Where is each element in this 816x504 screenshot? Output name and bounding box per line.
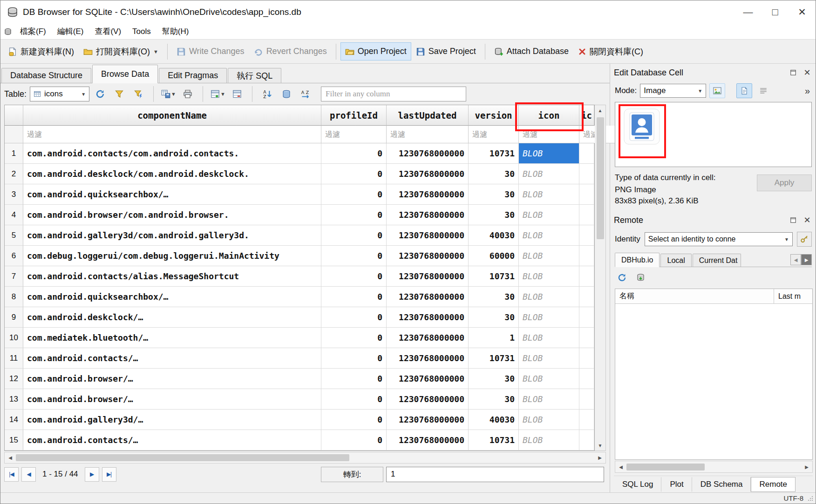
cell-profileId[interactable]: 0	[321, 266, 387, 287]
text-view-button[interactable]	[736, 83, 752, 98]
import-identity-button[interactable]	[797, 232, 812, 247]
cell-componentName[interactable]: com.android.deskclock/…	[23, 307, 321, 328]
cell-lastUpdated[interactable]: 1230768000000	[387, 389, 469, 410]
cell-profileId[interactable]: 0	[321, 348, 387, 369]
cell-icon[interactable]: BLOB	[519, 430, 579, 450]
cell-profileId[interactable]: 0	[321, 164, 387, 184]
table-select[interactable]: icons ▼	[30, 87, 89, 101]
table-encoding-button[interactable]	[278, 86, 295, 102]
open-project-button[interactable]: Open Project	[340, 42, 411, 60]
cell-icon[interactable]: BLOB	[519, 410, 579, 430]
cell-componentName[interactable]: com.android.deskclock/com.android.deskcl…	[23, 164, 321, 184]
cell-lastUpdated[interactable]: 1230768000000	[387, 143, 469, 164]
cell-lastUpdated[interactable]: 1230768000000	[387, 410, 469, 430]
delete-record-button[interactable]	[229, 86, 245, 102]
cell-version[interactable]: 30	[469, 307, 519, 328]
scroll-up-icon[interactable]: ▲	[595, 105, 605, 115]
row-number[interactable]: 12	[5, 369, 23, 389]
scroll-left-icon[interactable]: ◀	[5, 452, 16, 463]
cell-version[interactable]: 30	[469, 389, 519, 410]
refresh-button[interactable]	[92, 86, 109, 102]
cell-version[interactable]: 30	[469, 205, 519, 225]
goto-record-button[interactable]: 轉到:	[321, 467, 383, 482]
dock-tab-sql-log[interactable]: SQL Log	[614, 477, 661, 492]
tab-current-database[interactable]: Current Dat	[693, 254, 741, 267]
cell-overflow[interactable]	[579, 266, 594, 287]
row-number[interactable]: 11	[5, 348, 23, 369]
cell-componentName[interactable]: com.android.contacts/…	[23, 348, 321, 369]
toolbar-overflow-button[interactable]: »	[803, 86, 812, 96]
cell-icon[interactable]: BLOB	[519, 246, 579, 266]
tab-local[interactable]: Local	[660, 254, 691, 267]
refresh-remote-button[interactable]	[615, 270, 629, 284]
minimize-button[interactable]: —	[734, 0, 762, 24]
cell-lastUpdated[interactable]: 1230768000000	[387, 246, 469, 266]
menu-edit[interactable]: 編輯(E)	[52, 24, 89, 39]
cell-version[interactable]: 40030	[469, 410, 519, 430]
cell-componentName[interactable]: com.android.browser/…	[23, 369, 321, 389]
last-record-button[interactable]: ▶|	[102, 467, 116, 482]
clear-filters-button[interactable]	[111, 86, 128, 102]
menu-tools[interactable]: Tools	[127, 25, 156, 38]
close-button[interactable]: ✕	[789, 0, 816, 24]
cell-overflow[interactable]	[579, 205, 594, 225]
cell-version[interactable]: 60000	[469, 246, 519, 266]
next-record-button[interactable]: ▶	[85, 467, 99, 482]
cell-profileId[interactable]: 0	[321, 369, 387, 389]
filter-input-componentName[interactable]	[23, 126, 321, 143]
maximize-button[interactable]: □	[762, 0, 789, 24]
vertical-scroll-thumb[interactable]	[597, 117, 604, 239]
cell-componentName[interactable]: com.android.browser/…	[23, 389, 321, 410]
select-all-corner[interactable]	[5, 105, 23, 126]
horizontal-scroll-thumb[interactable]	[16, 454, 349, 461]
cell-icon[interactable]: BLOB	[519, 287, 579, 307]
float-panel-icon[interactable]	[789, 68, 798, 77]
cell-overflow[interactable]	[579, 369, 594, 389]
dock-tab-plot[interactable]: Plot	[661, 477, 692, 492]
menu-file[interactable]: 檔案(F)	[14, 24, 52, 39]
cell-overflow[interactable]	[579, 287, 594, 307]
cell-overflow[interactable]	[579, 246, 594, 266]
cell-lastUpdated[interactable]: 1230768000000	[387, 348, 469, 369]
cell-profileId[interactable]: 0	[321, 307, 387, 328]
filter-input-icon[interactable]	[519, 126, 579, 143]
cell-icon[interactable]: BLOB	[519, 225, 579, 246]
open-database-button[interactable]: 打開資料庫(O) ▼	[79, 42, 163, 61]
cell-version[interactable]: 30	[469, 369, 519, 389]
cell-icon[interactable]: BLOB	[519, 143, 579, 164]
row-number[interactable]: 10	[5, 328, 23, 348]
row-number[interactable]: 7	[5, 266, 23, 287]
close-panel-icon[interactable]: ✕	[802, 215, 812, 225]
cell-icon[interactable]: BLOB	[519, 389, 579, 410]
cell-icon[interactable]: BLOB	[519, 184, 579, 205]
cell-componentName[interactable]: com.android.browser/com.android.browser.	[23, 205, 321, 225]
cell-overflow[interactable]	[579, 430, 594, 450]
cell-profileId[interactable]: 0	[321, 143, 387, 164]
cell-lastUpdated[interactable]: 1230768000000	[387, 225, 469, 246]
revert-changes-button[interactable]: Revert Changes	[249, 42, 332, 60]
global-filter-input[interactable]	[321, 87, 466, 101]
cell-componentName[interactable]: com.debug.loggerui/com.debug.loggerui.Ma…	[23, 246, 321, 266]
write-changes-button[interactable]: Write Changes	[172, 42, 249, 60]
close-database-button[interactable]: 關閉資料庫(C)	[573, 42, 648, 61]
cell-icon[interactable]: BLOB	[519, 205, 579, 225]
cell-componentName[interactable]: com.android.contacts/…	[23, 430, 321, 450]
row-number[interactable]: 9	[5, 307, 23, 328]
cell-version[interactable]: 10731	[469, 430, 519, 450]
cell-icon[interactable]: BLOB	[519, 328, 579, 348]
dock-tab-db-schema[interactable]: DB Schema	[692, 477, 751, 492]
mode-select[interactable]: Image ▼	[640, 84, 706, 98]
remote-horizontal-scrollbar[interactable]: ◀ ▶	[615, 461, 813, 473]
column-header-ic[interactable]: ic	[579, 105, 594, 126]
scroll-down-icon[interactable]: ▼	[595, 440, 605, 450]
tab-database-structure[interactable]: Database Structure	[1, 68, 91, 83]
scroll-left-icon[interactable]: ◀	[615, 461, 626, 472]
row-number[interactable]: 1	[5, 143, 23, 164]
print-button[interactable]	[179, 86, 196, 102]
open-image-button[interactable]	[709, 83, 725, 98]
cell-overflow[interactable]	[579, 348, 594, 369]
row-number[interactable]: 5	[5, 225, 23, 246]
cell-profileId[interactable]: 0	[321, 410, 387, 430]
save-project-button[interactable]: Save Project	[411, 42, 481, 60]
column-header-last-modified[interactable]: Last m	[774, 289, 812, 303]
